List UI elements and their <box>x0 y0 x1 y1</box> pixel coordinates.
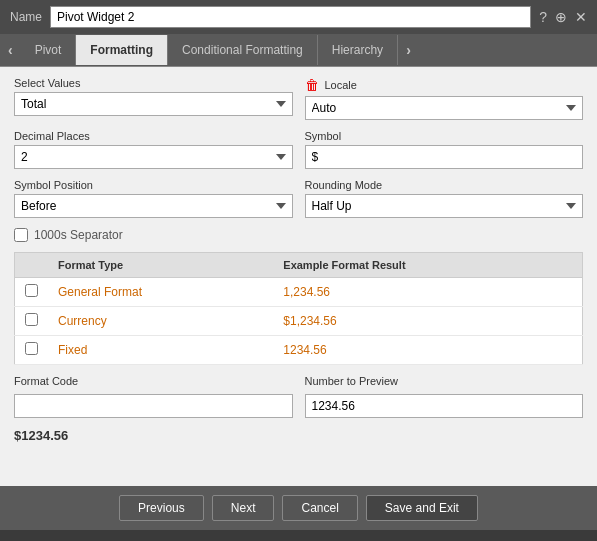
decimal-places-group: Decimal Places 0 1 2 3 4 <box>14 130 293 169</box>
row-checkbox-fixed <box>15 336 49 365</box>
symbol-position-label: Symbol Position <box>14 179 293 191</box>
tab-pivot[interactable]: Pivot <box>21 35 77 65</box>
preview-result: $1234.56 <box>14 426 583 445</box>
format-table: Format Type Example Format Result Genera… <box>14 252 583 365</box>
example-result-general: 1,234.56 <box>273 278 582 307</box>
table-row: General Format 1,234.56 <box>15 278 583 307</box>
thousands-separator-row: 1000s Separator <box>14 228 583 242</box>
tab-formatting[interactable]: Formatting <box>76 35 168 65</box>
locale-trash-icon[interactable]: 🗑 <box>305 77 319 93</box>
example-format-header: Example Format Result <box>273 253 582 278</box>
table-row: Currency $1,234.56 <box>15 307 583 336</box>
format-table-header-empty <box>15 253 49 278</box>
name-label: Name <box>10 10 42 24</box>
row-decimal-symbol: Decimal Places 0 1 2 3 4 Symbol <box>14 130 583 169</box>
format-code-input[interactable] <box>14 394 293 418</box>
number-preview-label: Number to Preview <box>305 375 584 387</box>
move-icon[interactable]: ⊕ <box>555 9 567 25</box>
row-select-locale: Select Values Total All Custom 🗑 Locale … <box>14 77 583 120</box>
checkbox-currency[interactable] <box>25 313 38 326</box>
save-exit-button[interactable]: Save and Exit <box>366 495 478 521</box>
tab-prev-arrow[interactable]: ‹ <box>0 34 21 66</box>
rounding-mode-select[interactable]: Half Up Half Down Ceiling Floor <box>305 194 584 218</box>
title-bar: Name ? ⊕ ✕ <box>0 0 597 34</box>
decimal-places-select[interactable]: 0 1 2 3 4 <box>14 145 293 169</box>
row-checkbox-general <box>15 278 49 307</box>
format-code-row: Format Code Number to Preview <box>14 375 583 418</box>
next-button[interactable]: Next <box>212 495 275 521</box>
thousands-separator-checkbox[interactable] <box>14 228 28 242</box>
row-checkbox-currency <box>15 307 49 336</box>
row-symbol-rounding: Symbol Position Before After Rounding Mo… <box>14 179 583 218</box>
rounding-mode-label: Rounding Mode <box>305 179 584 191</box>
previous-button[interactable]: Previous <box>119 495 204 521</box>
close-icon[interactable]: ✕ <box>575 9 587 25</box>
locale-label: Locale <box>325 79 357 91</box>
decimal-places-label: Decimal Places <box>14 130 293 142</box>
general-format-link[interactable]: General Format <box>58 285 142 299</box>
footer-bar: Previous Next Cancel Save and Exit <box>0 486 597 530</box>
number-preview-input[interactable] <box>305 394 584 418</box>
table-row: Fixed 1234.56 <box>15 336 583 365</box>
tab-hierarchy[interactable]: Hierarchy <box>318 35 398 65</box>
checkbox-general[interactable] <box>25 284 38 297</box>
tab-next-arrow[interactable]: › <box>398 34 419 66</box>
select-values-select[interactable]: Total All Custom <box>14 92 293 116</box>
cancel-button[interactable]: Cancel <box>282 495 357 521</box>
help-icon[interactable]: ? <box>539 9 547 25</box>
select-values-label: Select Values <box>14 77 293 89</box>
rounding-mode-group: Rounding Mode Half Up Half Down Ceiling … <box>305 179 584 218</box>
example-result-fixed: 1234.56 <box>273 336 582 365</box>
format-code-group: Format Code <box>14 375 293 418</box>
format-code-label: Format Code <box>14 375 293 387</box>
format-type-currency: Currency <box>48 307 273 336</box>
thousands-separator-label: 1000s Separator <box>34 228 123 242</box>
format-type-fixed: Fixed <box>48 336 273 365</box>
tab-conditional[interactable]: Conditional Formatting <box>168 35 318 65</box>
format-type-general: General Format <box>48 278 273 307</box>
title-icons: ? ⊕ ✕ <box>539 9 587 25</box>
format-type-header: Format Type <box>48 253 273 278</box>
fixed-format-link[interactable]: Fixed <box>58 343 87 357</box>
locale-group: 🗑 Locale Auto en-US fr-FR <box>305 77 584 120</box>
symbol-input[interactable] <box>305 145 584 169</box>
symbol-position-group: Symbol Position Before After <box>14 179 293 218</box>
title-input[interactable] <box>50 6 531 28</box>
currency-format-link[interactable]: Currency <box>58 314 107 328</box>
select-values-group: Select Values Total All Custom <box>14 77 293 120</box>
checkbox-fixed[interactable] <box>25 342 38 355</box>
tabs-bar: ‹ Pivot Formatting Conditional Formattin… <box>0 34 597 67</box>
locale-select[interactable]: Auto en-US fr-FR <box>305 96 584 120</box>
example-result-currency: $1,234.56 <box>273 307 582 336</box>
symbol-label: Symbol <box>305 130 584 142</box>
number-preview-group: Number to Preview <box>305 375 584 418</box>
symbol-position-select[interactable]: Before After <box>14 194 293 218</box>
symbol-group: Symbol <box>305 130 584 169</box>
content-area: Select Values Total All Custom 🗑 Locale … <box>0 67 597 486</box>
